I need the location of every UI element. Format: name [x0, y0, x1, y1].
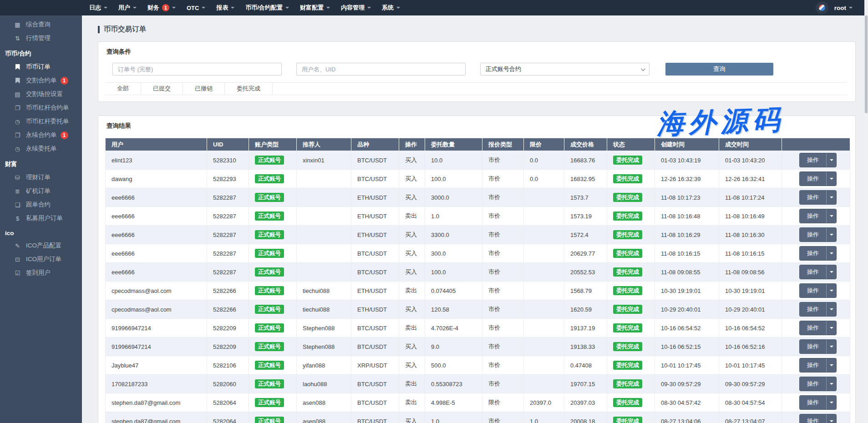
cell-amount: 4.998E-5: [431, 399, 455, 406]
table-row: stephen.da87@gmail.com 5282064 正式账号 asen…: [106, 412, 850, 423]
status-filter-tab[interactable]: 已撤销: [183, 83, 225, 95]
topnav-item[interactable]: 用户: [118, 4, 137, 12]
row-action-dropdown-button[interactable]: [826, 321, 836, 335]
cell-created-time: 11-08 09:08:55: [661, 269, 700, 276]
row-action-dropdown-button[interactable]: [826, 358, 836, 372]
title-accent-bar: [98, 26, 100, 33]
status-filter-tab[interactable]: 已提交: [141, 83, 183, 95]
topnav-item[interactable]: 内容管理: [341, 4, 371, 12]
cell-referrer: tiechui088: [303, 287, 330, 294]
table-row: eee6666 5282287 正式账号 BTC/USDT 买入 300.0 市…: [106, 244, 850, 263]
row-action-dropdown-button[interactable]: [826, 284, 836, 297]
sidebar-item-1[interactable]: ⇅ 行情管理: [0, 31, 82, 45]
sidebar-item-13[interactable]: ❏ 跟单合约: [0, 198, 82, 212]
status-filter-tab[interactable]: 委托完成: [225, 83, 273, 95]
sidebar-item-6[interactable]: ❐ 币币杠杆合约单: [0, 101, 82, 115]
cell-created-time: 08-30 04:57:42: [661, 399, 700, 406]
row-action-button[interactable]: 操作: [800, 153, 826, 167]
row-action-button[interactable]: 操作: [800, 172, 826, 186]
cell-symbol: ETH/USDT: [357, 232, 387, 238]
row-action-dropdown-button[interactable]: [826, 191, 836, 204]
search-panel-title: 查询条件: [98, 42, 855, 56]
status-badge: 委托完成: [613, 379, 642, 389]
status-filter-tab[interactable]: 全部: [105, 83, 141, 95]
row-action-button[interactable]: 操作: [800, 396, 826, 409]
cell-referrer: xinxin01: [303, 157, 325, 164]
scrollbar-thumb[interactable]: [865, 15, 868, 113]
cell-user: eee6666: [112, 213, 135, 220]
row-action-button[interactable]: 操作: [800, 191, 826, 204]
cell-price-type: 市价: [488, 418, 500, 423]
sidebar-item-7[interactable]: ◷ 币币杠杆委托单: [0, 115, 82, 128]
topnav-item[interactable]: 币币/合约配置: [245, 4, 289, 12]
cell-limit-price: 20397.0: [530, 399, 551, 406]
sidebar-item-12[interactable]: ≣ 矿机订单: [0, 184, 82, 198]
row-action-dropdown-button[interactable]: [826, 396, 836, 409]
table-row: 919966947214 5282209 正式账号 Stephen088 BTC…: [106, 319, 850, 337]
row-action-dropdown-button[interactable]: [826, 228, 836, 242]
row-action-button[interactable]: 操作: [800, 302, 826, 316]
sidebar-item-9[interactable]: ◷ 永续委托单: [0, 142, 82, 156]
row-action-button[interactable]: 操作: [800, 247, 826, 260]
row-action-dropdown-button[interactable]: [826, 377, 836, 391]
notification-badge: 1: [61, 77, 68, 85]
order-no-input[interactable]: [112, 63, 282, 76]
topnav-item[interactable]: 财务 1: [147, 4, 176, 12]
vertical-scrollbar[interactable]: [864, 0, 868, 423]
row-action-dropdown-button[interactable]: [826, 247, 836, 260]
row-action-button[interactable]: 操作: [800, 265, 826, 279]
row-action-button[interactable]: 操作: [800, 358, 826, 372]
sidebar-item-3[interactable]: 币币订单: [0, 60, 82, 74]
sidebar-item-8[interactable]: ❐ 永续合约单 1: [0, 128, 82, 142]
sidebar-item-0[interactable]: ▦ 综合查询: [0, 18, 82, 31]
sidebar-item-label: ICO用户订单: [26, 255, 61, 263]
row-action-dropdown-button[interactable]: [826, 209, 836, 223]
cell-amount: 0.074405: [431, 287, 456, 294]
sidebar-item-16[interactable]: ✎ ICO产品配置: [0, 239, 82, 252]
cell-deal-price: 16683.76: [570, 157, 595, 164]
row-action-button[interactable]: 操作: [800, 321, 826, 335]
user-menu[interactable]: root: [834, 5, 853, 11]
topnav-item[interactable]: OTC: [187, 5, 205, 11]
sidebar-item-label: 币币订单: [26, 63, 51, 71]
topnav-item[interactable]: 系统: [382, 4, 400, 12]
row-action-button[interactable]: 操作: [800, 228, 826, 242]
username-label: root: [834, 5, 846, 11]
cell-deal-price: 20008.18: [570, 418, 595, 423]
sidebar-item-label: 矿机订单: [26, 187, 51, 195]
user-search-input[interactable]: [296, 63, 466, 76]
cell-filled-time: 08-30 04:57:54: [725, 399, 765, 406]
account-type-badge: 正式账号: [255, 212, 284, 221]
row-action-dropdown-button[interactable]: [826, 172, 836, 186]
row-action-dropdown-button[interactable]: [826, 153, 836, 167]
column-header: 推荐人: [297, 138, 351, 151]
topnav-item[interactable]: 财富配置: [300, 4, 330, 12]
sidebar-item-14[interactable]: $ 私募用户订单: [0, 212, 82, 225]
row-action-button[interactable]: 操作: [800, 377, 826, 391]
sidebar-item-11[interactable]: ⛁ 理财订单: [0, 171, 82, 184]
topnav-item[interactable]: 报表: [216, 4, 234, 12]
row-action-dropdown-button[interactable]: [826, 340, 836, 353]
sidebar-item-18[interactable]: ☑ 签到用户: [0, 266, 82, 280]
search-button[interactable]: 查询: [665, 63, 773, 76]
account-type-select[interactable]: 正式账号合约: [480, 63, 650, 76]
row-action-dropdown-button[interactable]: [826, 414, 836, 423]
sidebar-item-17[interactable]: ⊡ ICO用户订单: [0, 252, 82, 266]
sidebar-item-4[interactable]: 交割合约单 1: [0, 74, 82, 87]
cell-uid: 5282060: [213, 381, 236, 388]
account-type-badge: 正式账号: [255, 342, 284, 352]
row-action-button[interactable]: 操作: [800, 340, 826, 353]
avatar[interactable]: [816, 1, 828, 14]
topnav-item[interactable]: 日志: [89, 4, 107, 12]
grid-icon: ▦: [14, 21, 21, 28]
cell-amount: 500.0: [431, 362, 446, 369]
main-content: 币币交易订单 查询条件 正式账号合约 查询 全部已提交已撤销委托完成 查询结果 …: [82, 15, 868, 423]
cell-side: 买入: [405, 343, 417, 350]
row-action-button[interactable]: 操作: [800, 209, 826, 223]
sidebar-item-5[interactable]: ▤ 交割场控设置: [0, 87, 82, 101]
row-action-button[interactable]: 操作: [800, 284, 826, 297]
row-action-dropdown-button[interactable]: [826, 265, 836, 279]
row-action-button[interactable]: 操作: [800, 414, 826, 423]
row-action-dropdown-button[interactable]: [826, 302, 836, 316]
chevron-down-icon: [830, 271, 833, 273]
